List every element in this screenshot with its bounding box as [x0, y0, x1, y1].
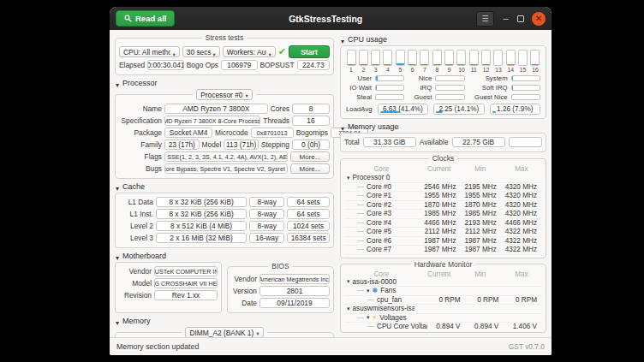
expander-down-icon[interactable]: ▾: [367, 314, 370, 321]
read-all-button[interactable]: Read all: [116, 10, 175, 27]
section-processor[interactable]: Processor: [116, 78, 334, 88]
name-label: Name: [119, 104, 162, 113]
clock-row[interactable]: Core #0 2546 MHz 2195 MHz 4320 MHz: [344, 183, 542, 193]
mb-revision-value[interactable]: Rev 1.xx: [154, 290, 218, 300]
chevron-down-icon: [269, 45, 271, 60]
elapsed-label: Elapsed: [119, 61, 145, 69]
cache-ways-value[interactable]: 8-way: [249, 197, 284, 207]
hamburger-menu-icon[interactable]: ☰: [476, 11, 494, 27]
close-icon[interactable]: ✕: [532, 12, 546, 26]
expander-down-icon[interactable]: ▾: [347, 306, 350, 312]
cores-label: Cores: [271, 104, 289, 113]
stress-method-combo[interactable]: CPU: All methods: [119, 46, 180, 57]
clock-min-value: 2195 MHz: [462, 183, 502, 191]
cpu-core-bar: [530, 50, 540, 66]
cache-size-value[interactable]: 8 x 32 KiB (256 KiB): [156, 197, 247, 207]
start-button[interactable]: Start: [289, 45, 330, 58]
expander-down-icon[interactable]: ▾: [367, 288, 370, 294]
cache-size-value[interactable]: 2 x 16 MiB (32 MiB): [156, 233, 247, 243]
hw-row[interactable]: CPU Core Voltage 0.894 V 0.894 V 1.406 V: [344, 323, 542, 329]
clock-row[interactable]: Core #6 1987 MHz 1987 MHz 4322 MHz: [344, 237, 542, 246]
section-cpu-usage[interactable]: CPU usage: [341, 34, 546, 45]
cpu-core-meter: 8: [432, 50, 442, 73]
clock-row[interactable]: Core #5 2112 MHz 2112 MHz 4322 MHz: [344, 228, 542, 237]
tree-branch-line: [357, 231, 364, 232]
hw-min-value: 0.894 V: [466, 323, 504, 329]
processor-name-value[interactable]: AMD Ryzen 7 3800X: [164, 104, 268, 114]
mb-vendor-value[interactable]: ASUSTeK COMPUTER INC.: [154, 266, 218, 276]
sensor-group-icon: ⚡: [373, 314, 378, 322]
stepping-value[interactable]: 0 (0h): [292, 139, 330, 150]
cache-ways-value[interactable]: 8-way: [249, 221, 284, 231]
stress-duration-combo[interactable]: 30 secs: [182, 46, 220, 57]
bios-version-value[interactable]: 2801: [259, 286, 330, 296]
cpu-core-bar-fill: [470, 64, 478, 65]
bogo-ops-value[interactable]: 106979: [221, 60, 258, 70]
bops-value[interactable]: 224.73: [297, 60, 330, 70]
clock-row[interactable]: Core #7 1987 MHz 1987 MHz 4322 MHz: [344, 246, 542, 255]
expander-down-icon[interactable]: ▾: [347, 175, 350, 181]
hw-header: Core Current Min Max: [344, 270, 542, 278]
model-value[interactable]: 113 (71h): [224, 139, 259, 150]
cpu-core-meter: 7: [420, 50, 430, 73]
section-motherboard[interactable]: Motherboard: [116, 251, 334, 261]
cpu-stat-label: Nice: [408, 74, 432, 82]
cpu-stat-bar-fill: [376, 86, 377, 90]
bugs-value[interactable]: Spec Store Bypass, Spectre V1, Spectre V…: [164, 163, 288, 174]
cache-frame: L1 Data 8 x 32 KiB (256 KiB) 8-way 64 se…: [115, 193, 334, 248]
cache-ways-value[interactable]: 8-way: [249, 209, 284, 219]
cache-size-value[interactable]: 8 x 512 KiB (4 MiB): [156, 221, 247, 231]
flags-more-button[interactable]: More...: [290, 151, 330, 162]
flags-value[interactable]: MMX, (+), SSE(1, 2, 3, 3S, 4.1, 4.2, 4A)…: [164, 151, 288, 162]
minimize-icon[interactable]: –: [502, 13, 510, 25]
clock-row[interactable]: Core #2 1870 MHz 1870 MHz 4320 MHz: [344, 201, 542, 211]
processor-selector-combo[interactable]: Processor #0: [196, 89, 253, 100]
mb-model-value[interactable]: ROG CROSSHAIR VII HERO: [154, 278, 218, 288]
cache-sets-value[interactable]: 1024 sets: [287, 221, 330, 231]
cpu-stat-bar: [435, 85, 464, 91]
cache-sets-value[interactable]: 16384 sets: [287, 233, 330, 243]
bugs-more-button[interactable]: More...: [290, 163, 330, 174]
bios-date-value[interactable]: 09/11/2019: [259, 298, 330, 308]
clock-min-value: 1985 MHz: [462, 210, 502, 217]
threads-value[interactable]: 16: [292, 116, 330, 126]
clock-row[interactable]: Core #3 1985 MHz 1985 MHz 4320 MHz: [344, 210, 542, 219]
cache-sets-value[interactable]: 64 sets: [287, 209, 330, 219]
section-memory[interactable]: Memory: [116, 316, 334, 326]
stress-tests-frame: Stress tests CPU: All methods 30 secs Wo…: [115, 33, 334, 75]
cpu-core-bar: [456, 50, 466, 66]
clock-row[interactable]: Core #1 1955 MHz 1955 MHz 4320 MHz: [344, 192, 542, 201]
clock-core-cell: Core #7: [344, 246, 420, 253]
cores-value[interactable]: 8: [292, 104, 330, 114]
cache-size-value[interactable]: 8 x 32 KiB (256 KiB): [156, 209, 247, 219]
maximize-icon[interactable]: [517, 15, 524, 22]
package-value[interactable]: Socket AM4: [164, 128, 212, 138]
mem-available-value[interactable]: 22.75 GiB: [452, 137, 505, 147]
hw-row[interactable]: ▾ asus-isa-0000: [344, 278, 542, 288]
expander-down-icon[interactable]: ▾: [347, 278, 350, 285]
bios-vendor-value[interactable]: American Megatrends Inc.: [259, 274, 330, 284]
clock-current-value: 1955 MHz: [420, 192, 461, 199]
mb-model-label: Model: [119, 279, 152, 288]
family-value[interactable]: 23 (17h): [164, 139, 200, 150]
section-memory-usage[interactable]: Memory usage: [341, 122, 546, 132]
microcode-value[interactable]: 0x8701013: [251, 128, 294, 138]
clock-core-label: Core #2: [367, 201, 391, 209]
hw-row[interactable]: cpu_fan 0 RPM 0 RPM 0 RPM: [344, 296, 542, 306]
cpu-core-number: 3: [374, 67, 378, 73]
clock-max-value: 4322 MHz: [502, 237, 542, 245]
stress-workers-combo[interactable]: Workers: Auto: [223, 46, 276, 57]
clock-row[interactable]: ▾ Processor 0: [344, 174, 542, 183]
cpu-stat-label: Guest Nice: [468, 93, 508, 101]
cache-sets-value[interactable]: 64 sets: [287, 197, 330, 207]
elapsed-value[interactable]: 0:00:30.041: [147, 60, 184, 70]
cache-ways-value[interactable]: 16-way: [249, 233, 284, 243]
mem-total-value[interactable]: 31.33 GiB: [363, 137, 416, 147]
section-cache[interactable]: Cache: [116, 181, 334, 192]
cpu-core-bar-fill: [482, 64, 490, 65]
hw-row[interactable]: ▾ ⚡ Voltages: [344, 314, 542, 323]
hw-row[interactable]: ▾ ❋ Fans: [344, 287, 542, 296]
clock-row[interactable]: Core #4 4466 MHz 2193 MHz 4466 MHz: [344, 219, 542, 228]
specification-value[interactable]: AMD Ryzen 7 3800X 8-Core Processor: [164, 116, 260, 126]
hw-row[interactable]: ▾ asuswmisensors-isa-0000: [344, 305, 542, 314]
